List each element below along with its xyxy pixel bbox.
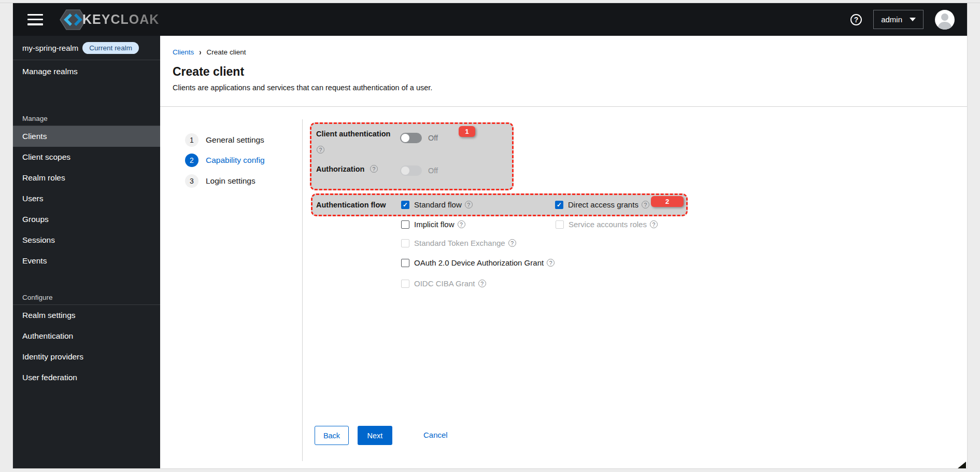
authentication-flow-label: Authentication flow xyxy=(316,201,386,209)
user-dropdown[interactable]: admin xyxy=(873,10,924,29)
back-button[interactable]: Back xyxy=(315,426,349,445)
chevron-down-icon xyxy=(910,18,916,21)
sidebar-item-realm-roles[interactable]: Realm roles xyxy=(13,168,160,188)
standard-flow-help-icon[interactable]: ? xyxy=(465,201,473,209)
oauth-device-grant-help-icon[interactable]: ? xyxy=(547,259,555,267)
help-icon[interactable]: ? xyxy=(850,14,862,25)
realm-selector[interactable]: my-spring-realm Current realm xyxy=(13,36,160,60)
sidebar-item-clients[interactable]: Clients xyxy=(13,126,160,147)
checkbox-implicit-flow[interactable]: Implicit flow ? xyxy=(401,220,465,229)
checkbox-service-accounts-roles: Service accounts roles ? xyxy=(556,220,658,229)
hamburger-menu-icon[interactable] xyxy=(27,14,43,25)
masthead-toolbar: ? admin xyxy=(850,10,955,30)
sidebar-group-configure: Configure xyxy=(13,287,160,304)
wizard-step-login-settings[interactable]: 3 Login settings xyxy=(185,174,255,188)
keycloak-admin-window: KEYCLOAK ? admin my-spring-realm Current… xyxy=(13,3,967,468)
sidebar-group-manage: Manage xyxy=(13,108,160,126)
cancel-link[interactable]: Cancel xyxy=(423,431,448,439)
sidebar-item-manage-realms[interactable]: Manage realms xyxy=(13,60,160,83)
standard-token-exchange-help-icon[interactable]: ? xyxy=(508,239,516,247)
authorization-toggle[interactable] xyxy=(400,165,422,176)
sidebar-item-sessions[interactable]: Sessions xyxy=(13,230,160,251)
step-number: 2 xyxy=(185,154,198,167)
client-authentication-help-icon[interactable]: ? xyxy=(317,146,324,154)
sidebar-item-user-federation[interactable]: User federation xyxy=(13,367,160,388)
user-dropdown-label: admin xyxy=(881,15,902,24)
checkbox-box xyxy=(556,220,564,229)
sidebar-item-authentication[interactable]: Authentication xyxy=(13,326,160,346)
service-accounts-roles-help-icon[interactable]: ? xyxy=(650,220,658,228)
current-realm-badge: Current realm xyxy=(82,42,139,54)
mouse-cursor xyxy=(958,462,966,468)
annotation-badge-2: 2 xyxy=(651,196,684,207)
checkbox-oidc-ciba-grant: OIDC CIBA Grant ? xyxy=(401,279,486,288)
checkbox-standard-token-exchange: Standard Token Exchange ? xyxy=(401,239,516,247)
breadcrumb: Clients › Create client xyxy=(173,48,246,56)
authorization-value: Off xyxy=(428,166,438,175)
annotation-badge-1: 1 xyxy=(459,126,475,137)
oidc-ciba-grant-help-icon[interactable]: ? xyxy=(478,280,486,287)
checkbox-box xyxy=(401,239,409,247)
authorization-label: Authorization xyxy=(316,165,364,173)
sidebar-item-groups[interactable]: Groups xyxy=(13,209,160,230)
client-authentication-label: Client authentication xyxy=(316,130,390,138)
step-number: 1 xyxy=(185,133,198,147)
masthead: KEYCLOAK ? admin xyxy=(13,3,967,36)
checkbox-box[interactable] xyxy=(555,201,563,209)
checkbox-box[interactable] xyxy=(401,259,409,267)
client-authentication-toggle[interactable] xyxy=(400,133,422,143)
authorization-help-icon[interactable]: ? xyxy=(370,165,378,173)
page-description: Clients are applications and services th… xyxy=(173,84,432,92)
checkbox-standard-flow[interactable]: Standard flow ? xyxy=(401,200,473,209)
breadcrumb-chevron-icon: › xyxy=(199,47,201,58)
checkbox-box xyxy=(401,280,409,288)
sidebar-item-realm-settings[interactable]: Realm settings xyxy=(13,305,160,326)
keycloak-logo[interactable]: KEYCLOAK xyxy=(60,9,159,31)
implicit-flow-help-icon[interactable]: ? xyxy=(458,220,465,228)
client-authentication-value: Off xyxy=(428,134,438,142)
main-content: Clients › Create client Create client Cl… xyxy=(160,36,967,468)
wizard-step-capability-config[interactable]: 2 Capability config xyxy=(185,154,265,167)
realm-name: my-spring-realm xyxy=(22,44,78,52)
next-button[interactable]: Next xyxy=(358,426,392,445)
annotation-box-2: Authentication flow Standard flow ? Dire… xyxy=(311,193,688,216)
breadcrumb-clients-link[interactable]: Clients xyxy=(173,48,194,56)
sidebar-item-client-scopes[interactable]: Client scopes xyxy=(13,147,160,168)
page-title: Create client xyxy=(173,65,244,79)
breadcrumb-current: Create client xyxy=(207,48,246,56)
checkbox-box[interactable] xyxy=(401,220,409,229)
sidebar-item-events[interactable]: Events xyxy=(13,251,160,271)
avatar[interactable] xyxy=(935,10,955,30)
header-divider xyxy=(160,106,967,107)
direct-access-grants-help-icon[interactable]: ? xyxy=(642,201,649,209)
sidebar: my-spring-realm Current realm Manage rea… xyxy=(13,36,160,468)
annotation-box-1: Client authentication ? Off Authorizatio… xyxy=(310,122,514,190)
checkbox-direct-access-grants[interactable]: Direct access grants ? xyxy=(555,200,649,209)
step-number: 3 xyxy=(185,174,198,188)
brand-text: KEYCLOAK xyxy=(82,12,159,27)
checkbox-oauth-device-grant[interactable]: OAuth 2.0 Device Authorization Grant ? xyxy=(401,258,555,267)
wizard-step-general-settings[interactable]: 1 General settings xyxy=(185,133,264,147)
sidebar-item-identity-providers[interactable]: Identity providers xyxy=(13,346,160,367)
wizard-nav-divider xyxy=(302,119,303,461)
checkbox-box[interactable] xyxy=(401,201,409,209)
sidebar-item-users[interactable]: Users xyxy=(13,188,160,209)
avatar-person-icon xyxy=(941,13,948,21)
